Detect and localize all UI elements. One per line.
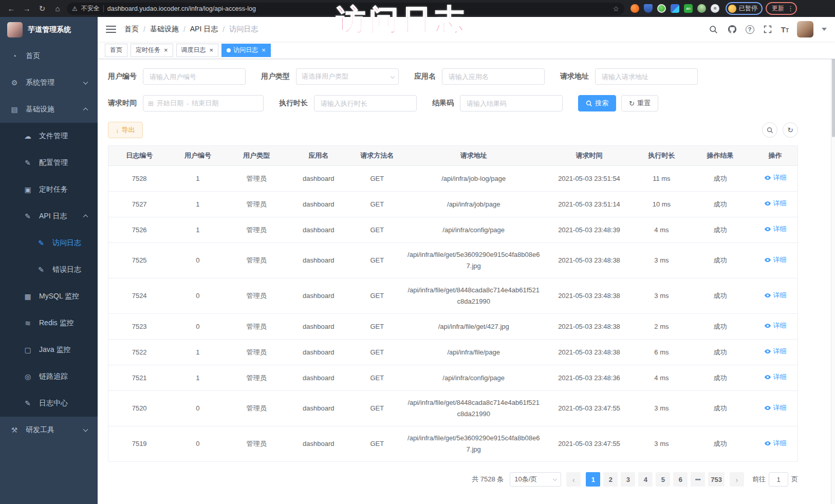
export-button[interactable]: ↓ 导出: [108, 122, 143, 138]
detail-link[interactable]: 详细: [764, 371, 787, 383]
sidebar-item-trace[interactable]: ◎ 链路追踪: [0, 363, 98, 390]
sidebar-item-mysql-monitor[interactable]: ▦ MySQL 监控: [0, 283, 98, 310]
next-page-button[interactable]: ›: [730, 472, 744, 487]
user-type-select[interactable]: 请选择用户类型: [296, 68, 399, 85]
detail-link[interactable]: 详细: [764, 346, 787, 357]
request-url-input[interactable]: [595, 68, 698, 85]
refresh-table-button[interactable]: ↻: [783, 122, 798, 138]
page-number-button[interactable]: 4: [638, 472, 653, 487]
sidebar-item-infrastructure[interactable]: ▤ 基础设施: [0, 96, 98, 123]
close-icon[interactable]: ×: [262, 47, 266, 53]
sidebar-item-label: API 日志: [39, 212, 67, 221]
close-icon[interactable]: ×: [210, 47, 214, 53]
user-avatar[interactable]: [797, 21, 813, 38]
app-name-input[interactable]: [442, 68, 545, 85]
browser-menu-icon[interactable]: ⋮: [787, 5, 794, 12]
close-icon[interactable]: ×: [164, 47, 168, 53]
sidebar-item-log-center[interactable]: ✎ 日志中心: [0, 390, 98, 417]
tools-icon: ⚒: [10, 426, 18, 434]
scrollbar[interactable]: [831, 17, 835, 504]
detail-link[interactable]: 详细: [764, 254, 787, 266]
tab-scheduled-tasks[interactable]: 定时任务 ×: [131, 44, 173, 57]
sidebar-item-error-log[interactable]: ✎ 错误日志: [0, 256, 98, 283]
more-pages-button[interactable]: •••: [691, 472, 705, 487]
page-size-select[interactable]: 10条/页: [510, 472, 561, 487]
sidebar-item-redis-monitor[interactable]: ≋ Redis 监控: [0, 310, 98, 337]
detail-link[interactable]: 详细: [764, 198, 787, 209]
cell-app-name: dashboard: [287, 340, 349, 365]
page-number-button[interactable]: 5: [656, 472, 670, 487]
cell-method: GET: [349, 166, 404, 192]
extension-an-badge-icon[interactable]: an: [684, 4, 693, 13]
hamburger-icon[interactable]: [106, 26, 116, 33]
page-number-button[interactable]: 753: [708, 472, 725, 487]
browser-update-button[interactable]: 更新 ⋮: [766, 2, 797, 15]
breadcrumb-item[interactable]: 基础设施 /: [150, 25, 190, 34]
cell-user-type: 管理员: [226, 192, 288, 217]
prev-page-button[interactable]: ‹: [566, 472, 581, 487]
page-number-button[interactable]: 2: [603, 472, 618, 487]
extension-green-circle-icon[interactable]: [657, 4, 666, 13]
breadcrumb-item[interactable]: 访问日志 /: [229, 25, 258, 34]
bookmark-star-icon[interactable]: ☆: [613, 5, 619, 13]
sidebar-item-config-management[interactable]: ✎ 配置管理: [0, 150, 98, 176]
github-icon[interactable]: [727, 24, 737, 34]
search-button[interactable]: 搜索: [578, 95, 616, 111]
result-code-input[interactable]: [460, 95, 563, 111]
cell-result: 成功: [688, 192, 753, 217]
page-number-button[interactable]: 1: [586, 472, 600, 487]
dashboard-icon: ◔: [10, 52, 18, 60]
breadcrumb-item[interactable]: API 日志 /: [190, 25, 229, 34]
main-area: 首页 / 基础设施 / API 日志 / 访问日志 / ?: [98, 17, 835, 504]
detail-link[interactable]: 详细: [764, 290, 787, 301]
detail-link[interactable]: 详细: [764, 438, 787, 449]
tab-access-log[interactable]: 访问日志 ×: [221, 44, 271, 57]
extension-paw-icon[interactable]: ✻: [711, 4, 719, 13]
forward-icon[interactable]: →: [21, 3, 33, 15]
sidebar-item-file-management[interactable]: ☁ 文件管理: [0, 123, 98, 150]
page-number-button[interactable]: 3: [621, 472, 635, 487]
sidebar-item-home[interactable]: ◔ 首页: [0, 43, 98, 69]
extension-figure-icon[interactable]: [697, 4, 706, 13]
detail-link[interactable]: 详细: [764, 402, 787, 414]
user-id-input[interactable]: [143, 68, 246, 85]
detail-link[interactable]: 详细: [764, 223, 787, 235]
page-number-button[interactable]: 6: [673, 472, 688, 487]
sidebar-item-label: Redis 监控: [39, 319, 74, 328]
sidebar-item-api-log[interactable]: ✎ API 日志: [0, 203, 98, 230]
app-logo[interactable]: 芋道管理系统: [0, 17, 98, 43]
detail-link[interactable]: 详细: [764, 320, 787, 331]
sidebar-item-scheduled-tasks[interactable]: ▣ 定时任务: [0, 176, 98, 203]
extension-shield-icon[interactable]: [644, 4, 653, 13]
chevron-down-icon[interactable]: [822, 28, 827, 31]
sidebar-item-dev-tools[interactable]: ⚒ 研发工具: [0, 417, 98, 443]
help-icon[interactable]: ?: [746, 25, 754, 34]
eye-icon: [764, 256, 771, 264]
reset-button[interactable]: ↻ 重置: [621, 95, 658, 111]
goto-page-input[interactable]: [769, 472, 788, 487]
cell-method: GET: [349, 391, 404, 426]
tab-home[interactable]: 首页: [105, 44, 127, 57]
cell-actions: 详细: [753, 278, 797, 314]
cell-user-type: 管理员: [226, 217, 288, 243]
browser-profile-chip[interactable]: 已暂停: [726, 2, 763, 15]
date-range-picker[interactable]: ⊞ 开始日期 - 结束日期: [143, 95, 264, 111]
search-icon[interactable]: [709, 24, 719, 34]
duration-input[interactable]: [314, 95, 417, 111]
security-label: 不安全: [81, 4, 100, 13]
breadcrumb-item[interactable]: 首页 /: [124, 25, 150, 34]
sidebar-item-access-log[interactable]: ✎ 访问日志: [0, 230, 98, 256]
cell-request-time: 2021-05-03 23:48:38: [543, 243, 636, 278]
sidebar-item-java-monitor[interactable]: ▢ Java 监控: [0, 337, 98, 363]
fullscreen-icon[interactable]: [763, 24, 773, 34]
home-icon[interactable]: ⌂: [51, 3, 64, 15]
toggle-search-button[interactable]: [762, 122, 777, 138]
extension-puzzle-icon[interactable]: [671, 4, 679, 13]
tab-schedule-log[interactable]: 调度日志 ×: [176, 44, 219, 57]
back-icon[interactable]: ←: [5, 3, 17, 15]
detail-link[interactable]: 详细: [764, 172, 787, 183]
sidebar-item-system-management[interactable]: ⚙ 系统管理: [0, 69, 98, 96]
font-size-icon[interactable]: TT: [781, 25, 789, 34]
reload-icon[interactable]: ↻: [36, 3, 48, 15]
extension-orange-icon[interactable]: [630, 4, 639, 13]
